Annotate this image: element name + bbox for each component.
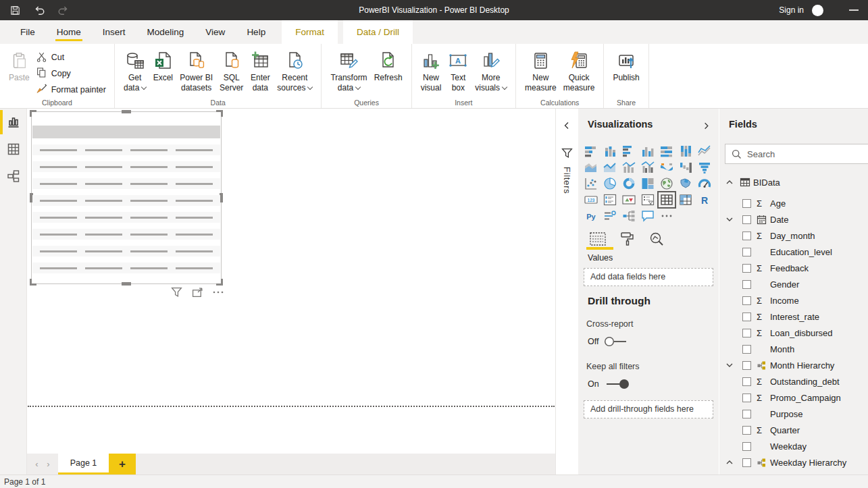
field-checkbox[interactable] [742, 458, 751, 467]
tab-modeling[interactable]: Modeling [136, 20, 195, 44]
quick-measure-button[interactable]: Quick measure [560, 47, 598, 94]
selection-handle[interactable] [122, 110, 131, 113]
field-row-income[interactable]: Σ Income [719, 292, 868, 308]
viz-pie-chart-icon[interactable] [601, 175, 619, 192]
copy-button[interactable]: Copy [33, 66, 109, 81]
selection-handle[interactable] [216, 279, 223, 286]
field-row-purpose[interactable]: Purpose [719, 406, 868, 422]
viz-line-chart-icon[interactable] [696, 143, 713, 159]
page-tab[interactable]: Page 1 [58, 454, 109, 475]
tab-view[interactable]: View [195, 20, 236, 44]
redo-button[interactable] [57, 3, 70, 17]
viz-kpi-icon[interactable] [620, 192, 638, 208]
viz-100-stacked-bar-chart-icon[interactable] [658, 143, 675, 159]
field-row-quarter[interactable]: Σ Quarter [719, 422, 868, 438]
field-checkbox[interactable] [742, 296, 751, 305]
viz-area-chart-icon[interactable] [582, 159, 600, 175]
text-box-button[interactable]: A Text box [444, 47, 471, 94]
tab-format[interactable]: Format [282, 20, 338, 44]
field-row-age[interactable]: Σ Age [719, 195, 868, 211]
chevron-down-icon[interactable] [725, 361, 734, 369]
field-checkbox[interactable] [742, 394, 751, 402]
save-button[interactable] [8, 3, 22, 17]
field-checkbox[interactable] [742, 426, 751, 435]
field-checkbox[interactable] [742, 264, 751, 273]
selection-handle[interactable] [122, 282, 131, 286]
viz-waterfall-chart-icon[interactable] [677, 159, 694, 175]
excel-button[interactable]: Excel [149, 47, 176, 94]
viz-map-icon[interactable] [658, 175, 675, 192]
field-row-date[interactable]: Date [719, 211, 868, 227]
viz-stacked-bar-chart-icon[interactable] [582, 143, 600, 159]
field-checkbox[interactable] [742, 199, 751, 208]
add-drill-through-fields-dropzone[interactable]: Add drill-through fields here [584, 400, 713, 418]
undo-button[interactable] [32, 3, 46, 17]
more-options-icon[interactable] [212, 286, 224, 298]
get-data-button[interactable]: Get data [120, 47, 149, 94]
publish-button[interactable]: Publish [609, 47, 642, 94]
sign-in-button[interactable]: Sign in [779, 5, 804, 15]
viz-clustered-bar-chart-icon[interactable] [620, 143, 638, 159]
field-row-month[interactable]: Month [719, 341, 868, 357]
power-bi-datasets-button[interactable]: Power BI datasets [176, 47, 216, 94]
field-row-month-hierarchy[interactable]: Month Hierarchy [719, 357, 868, 373]
field-row-weekday-hierarchy[interactable]: Weekday Hierarchy [719, 454, 868, 470]
filters-funnel-icon[interactable] [561, 148, 573, 161]
field-row-interest-rate[interactable]: Σ Interest_rate [719, 308, 868, 325]
analytics-subtab[interactable] [648, 231, 665, 250]
viz-decomposition-tree-icon[interactable] [620, 208, 638, 224]
field-checkbox[interactable] [742, 377, 751, 386]
field-row-gender[interactable]: Gender [719, 276, 868, 292]
viz-multi-row-card-icon[interactable] [601, 192, 619, 208]
model-view-button[interactable] [0, 163, 27, 190]
search-input[interactable] [742, 149, 868, 159]
tab-data-drill[interactable]: Data / Drill [343, 20, 413, 44]
field-checkbox[interactable] [742, 248, 751, 256]
avatar[interactable] [812, 5, 823, 16]
viz-stacked-area-chart-icon[interactable] [601, 159, 619, 175]
new-visual-button[interactable]: New visual [417, 47, 445, 94]
viz-clustered-column-chart-icon[interactable] [639, 143, 657, 159]
tab-help[interactable]: Help [236, 20, 276, 44]
selection-handle[interactable] [30, 279, 36, 286]
recent-sources-button[interactable]: Recent sources [274, 47, 315, 94]
chevron-up-icon[interactable] [725, 178, 734, 186]
tab-home[interactable]: Home [46, 20, 92, 44]
field-row-feedback[interactable]: Σ Feedback [719, 260, 868, 276]
viz-python-icon[interactable]: Py [582, 208, 600, 224]
viz-treemap-icon[interactable] [639, 175, 657, 192]
field-checkbox[interactable] [742, 313, 751, 321]
chevron-down-icon[interactable] [725, 215, 734, 223]
field-checkbox[interactable] [742, 280, 751, 289]
format-painter-button[interactable]: Format painter [33, 82, 109, 97]
viz-card-icon[interactable]: 123 [582, 192, 600, 208]
add-data-fields-dropzone[interactable]: Add data fields here [584, 268, 713, 286]
next-page-arrow[interactable]: › [43, 454, 54, 475]
viz-gauge-icon[interactable] [696, 175, 713, 192]
field-row-loan-disbursed[interactable]: Σ Loan_disbursed [719, 325, 868, 341]
paste-button[interactable]: Paste [5, 47, 33, 84]
viz-more-options-icon[interactable] [658, 208, 675, 224]
field-row-weekday[interactable]: Weekday [719, 438, 868, 454]
field-checkbox[interactable] [742, 329, 751, 337]
tab-file[interactable]: File [9, 20, 46, 44]
field-checkbox[interactable] [742, 410, 751, 418]
cross-report-toggle[interactable]: Off [588, 335, 630, 348]
data-view-button[interactable] [0, 136, 27, 163]
viz-ribbon-chart-icon[interactable] [658, 159, 675, 175]
field-row-promo-campaign[interactable]: Σ Promo_Campaign [719, 389, 868, 406]
transform-data-button[interactable]: Transform data [327, 47, 370, 94]
minimize-button[interactable] [849, 9, 859, 11]
viz-table-icon[interactable] [658, 192, 675, 208]
viz-slicer-icon[interactable] [639, 192, 657, 208]
field-checkbox[interactable] [742, 232, 751, 240]
format-subtab[interactable] [619, 231, 636, 250]
keep-all-filters-toggle[interactable]: On [588, 378, 630, 390]
viz-stacked-column-chart-icon[interactable] [601, 143, 619, 159]
report-view-button[interactable] [0, 109, 27, 136]
viz-100-stacked-column-chart-icon[interactable] [677, 143, 694, 159]
viz-key-influencers-icon[interactable] [601, 208, 619, 224]
viz-funnel-chart-icon[interactable] [696, 159, 713, 175]
visual-filter-icon[interactable] [170, 286, 182, 298]
viz-line-and-clustered-column-chart-icon[interactable] [639, 159, 657, 175]
